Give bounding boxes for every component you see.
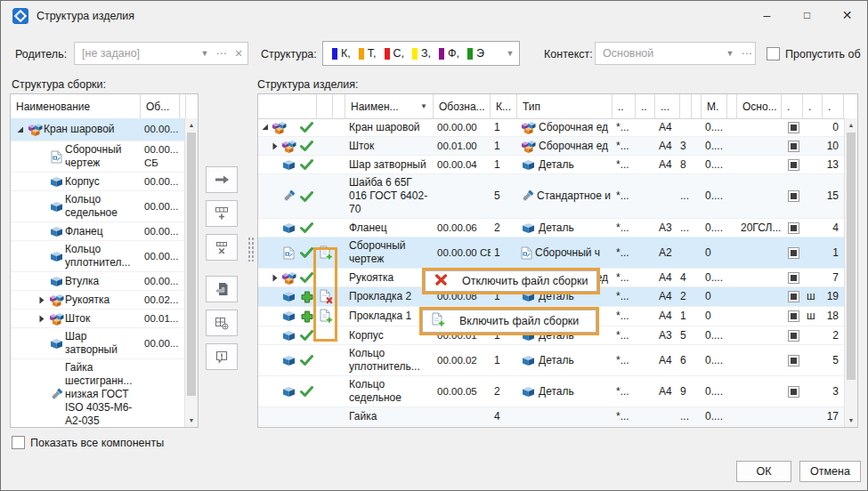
type-label: Стандартное и <box>537 189 611 203</box>
product-row[interactable]: Сборочный чертеж00.00.00 СБ1Сборочный ч*… <box>258 237 844 269</box>
column-header[interactable] <box>680 94 692 118</box>
show-all-components-label: Показать все компоненты <box>30 437 164 449</box>
check-errors-button[interactable] <box>206 343 238 370</box>
expand-collapsed-icon[interactable] <box>270 142 280 150</box>
chevron-down-icon[interactable]: ▼ <box>501 49 519 58</box>
column-header[interactable] <box>727 94 737 118</box>
flag-checkbox[interactable] <box>788 310 799 322</box>
scroll-down-icon[interactable]: ▼ <box>845 414 857 427</box>
structure-combobox[interactable]: К,Т,С,З,Ф,Э ▼ <box>322 41 520 66</box>
maximize-icon[interactable]: □ <box>787 1 827 29</box>
tree-row[interactable]: Фланец00.00... <box>11 222 184 241</box>
ok-button[interactable]: ОК <box>736 461 791 482</box>
scroll-up-icon[interactable]: ▲ <box>185 118 198 132</box>
column-header[interactable] <box>333 94 345 118</box>
delete-row-button[interactable] <box>206 234 238 261</box>
fastener-icon <box>280 189 297 203</box>
scroll-up-icon[interactable]: ▲ <box>845 118 857 132</box>
tree-row[interactable]: Кольцо уплотнител...00.00... <box>11 241 184 272</box>
product-row[interactable]: Шар затворный00.00.041Деталь*...A480....… <box>258 156 844 174</box>
item-sh <box>803 195 823 198</box>
add-row-button[interactable] <box>206 200 238 227</box>
column-header[interactable]: К... <box>491 94 517 118</box>
product-row[interactable]: Кольцо уплотнитель...00.00.021Деталь*...… <box>258 345 844 376</box>
column-header[interactable]: . <box>782 94 803 118</box>
tree-row[interactable]: Втулка00.00... <box>11 272 184 291</box>
cancel-button[interactable]: Отмена <box>799 461 861 482</box>
flag-checkbox[interactable] <box>788 222 799 234</box>
spacer-cell <box>727 195 737 198</box>
scrollbar-thumb[interactable] <box>847 133 856 380</box>
column-header[interactable]: Осно... <box>737 94 782 118</box>
column-header[interactable]: Наимен...▼ <box>345 94 434 118</box>
close-icon[interactable]: ✕ <box>827 1 867 29</box>
splitter-handle[interactable] <box>247 237 254 262</box>
product-row[interactable]: Фланец00.00.062Деталь*...A3...0....20ГСЛ… <box>258 219 844 237</box>
flag-checkbox[interactable] <box>788 330 799 342</box>
tree-row[interactable]: Шар затворный00.00... <box>11 328 184 359</box>
column-header[interactable] <box>692 94 702 118</box>
column-header[interactable]: Тип <box>517 94 612 118</box>
item-count: 13 <box>823 157 844 173</box>
column-header[interactable] <box>180 94 186 118</box>
table-settings-button[interactable] <box>206 310 238 336</box>
expand-collapsed-icon[interactable] <box>36 315 47 323</box>
item-sh <box>803 334 823 337</box>
spacer-cell <box>692 334 702 337</box>
flag-checkbox[interactable] <box>788 122 799 133</box>
structure-type-letter: Т, <box>368 47 377 60</box>
flag-checkbox[interactable] <box>788 386 799 398</box>
move-right-button[interactable] <box>206 166 238 193</box>
product-row[interactable]: Кран шаровой00.00.001Сборочная ед*...A40… <box>258 118 844 137</box>
tree-row[interactable]: Корпус00.00... <box>11 173 184 191</box>
product-row[interactable]: Шток00.01.001Сборочная ед*...A430....10 <box>258 137 844 156</box>
tree-row[interactable]: Кольцо седельное00.00... <box>11 191 184 222</box>
column-header[interactable]: ... <box>655 94 680 118</box>
expand-expanded-icon[interactable] <box>14 126 26 133</box>
expand-collapsed-icon[interactable] <box>270 274 280 282</box>
import-file-button[interactable] <box>206 276 238 302</box>
expand-expanded-icon[interactable] <box>260 124 270 131</box>
flag-checkbox[interactable] <box>788 291 799 302</box>
tree-row[interactable]: Сборочный чертеж00.00... СБ <box>11 141 184 173</box>
item-num: 9 <box>680 383 692 400</box>
expand-collapsed-icon[interactable] <box>36 296 47 304</box>
product-row[interactable]: Гайка4*......0....17 <box>258 407 844 426</box>
flag-checkbox[interactable] <box>788 190 799 202</box>
spacer-cell <box>692 358 702 362</box>
column-header[interactable] <box>317 94 333 118</box>
minimize-icon[interactable]: – <box>747 1 787 29</box>
color-swatch-icon <box>332 48 337 60</box>
flag-checkbox[interactable] <box>788 141 799 152</box>
scroll-down-icon[interactable]: ▼ <box>185 414 198 427</box>
spacer-cell <box>727 315 737 318</box>
scrollbar-thumb[interactable] <box>187 133 196 396</box>
product-row[interactable]: Кольцо седельное00.00.052Деталь*...A490.… <box>258 376 844 407</box>
show-all-components-checkbox[interactable] <box>12 436 25 449</box>
tree-row[interactable]: Рукоятка00.02... <box>11 291 184 310</box>
item-material <box>737 390 782 393</box>
column-header[interactable]: Обозна... <box>434 94 491 118</box>
item-name: Сборочный чертеж <box>65 143 140 170</box>
column-header[interactable]: Наименование <box>11 94 141 118</box>
doc-import-icon <box>215 282 229 296</box>
flag-checkbox[interactable] <box>788 272 799 284</box>
item-num: 5 <box>680 327 692 344</box>
product-row[interactable]: Шайба 6 65Г 016 ГОСТ 6402-705Стандартное… <box>258 174 844 219</box>
flag-checkbox[interactable] <box>788 247 799 259</box>
row-head-cell <box>258 245 317 262</box>
column-header[interactable]: .. <box>636 94 655 118</box>
assembly-icon <box>47 294 65 307</box>
column-header[interactable] <box>258 94 317 118</box>
tree-row[interactable]: Гайка шестигранн... низкая ГОСТ ISO 4035… <box>11 359 184 427</box>
skip-designation-checkbox[interactable] <box>767 47 780 60</box>
tree-row[interactable]: Кран шаровой00.00... <box>11 118 184 141</box>
column-header[interactable]: Об... <box>141 94 180 118</box>
tree-row[interactable]: Шток00.01... <box>11 310 184 328</box>
column-header[interactable]: М. <box>702 94 727 118</box>
column-header[interactable]: . <box>803 94 823 118</box>
flag-checkbox[interactable] <box>788 159 799 171</box>
column-header[interactable]: . <box>823 94 844 118</box>
flag-checkbox[interactable] <box>788 355 799 366</box>
column-header[interactable]: .. <box>612 94 636 118</box>
